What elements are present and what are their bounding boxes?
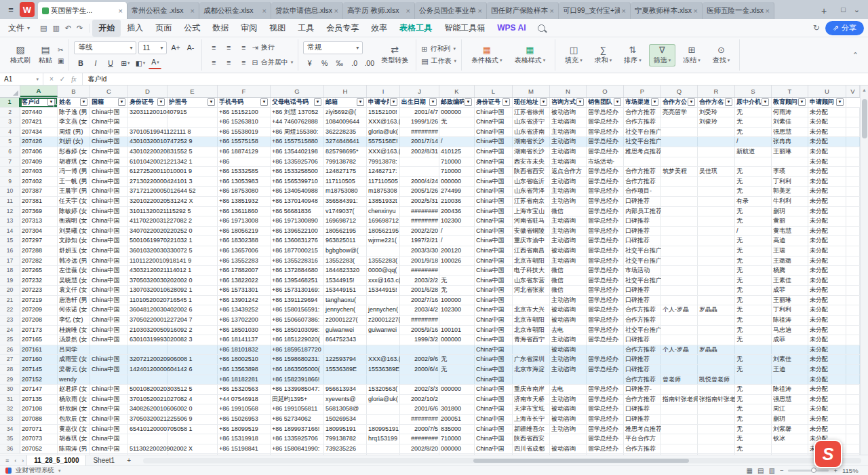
cell[interactable] [846, 108, 860, 117]
cell[interactable]: 社交平台推广 [624, 276, 661, 286]
cell[interactable]: China中国 [475, 167, 513, 176]
cell[interactable]: 社交平台推广 [624, 326, 661, 335]
cell[interactable]: 西安市未央 [513, 157, 550, 167]
column-filter-header[interactable]: 现任地址▼ [513, 98, 550, 107]
cell[interactable]: 雅思考点推荐 [624, 425, 661, 434]
cell[interactable]: 1999/1/26 [400, 117, 439, 127]
cell[interactable] [846, 256, 860, 266]
cell[interactable] [735, 157, 772, 167]
row-header-28[interactable]: 28 [0, 365, 20, 375]
column-header-P[interactable]: P [624, 86, 661, 97]
cell[interactable] [400, 375, 439, 385]
cell[interactable]: +86 1877000215 [271, 246, 324, 256]
cell[interactable]: 马忠迪 [772, 326, 808, 335]
cell[interactable]: 留学总经办 [587, 434, 624, 444]
cell[interactable]: 黄嘉仪 (女 [58, 425, 90, 434]
row-header-4[interactable]: 4 [0, 128, 20, 137]
cell[interactable]: 未分配 [808, 246, 846, 256]
row-header-18[interactable]: 18 [0, 266, 20, 276]
cell[interactable] [698, 216, 735, 226]
window-menu-icon[interactable]: ⌄ [854, 5, 860, 14]
cell[interactable]: 韩冷远 (男 [58, 256, 90, 266]
cell[interactable] [661, 434, 698, 444]
cell[interactable] [846, 286, 860, 295]
cell[interactable]: China中国 [475, 108, 513, 117]
cell[interactable]: China中国 [90, 266, 128, 276]
close-icon[interactable]: × [119, 7, 123, 15]
cell[interactable]: 合作方推荐 [624, 305, 661, 315]
close-icon[interactable]: × [478, 7, 482, 15]
cell[interactable]: +86 1370140948 [271, 197, 324, 206]
tab-工具[interactable]: 工具 [292, 20, 320, 37]
cell[interactable]: 50010820020303512 5 [128, 385, 167, 394]
cell[interactable]: 200051 [439, 415, 475, 424]
cell[interactable] [439, 316, 475, 325]
formula-content[interactable]: 客户id [83, 75, 111, 84]
cell[interactable]: 任天宇 (女 [58, 197, 90, 206]
cell[interactable]: 2002/9/6 [400, 355, 439, 364]
cell[interactable]: 无 [439, 117, 475, 127]
tab-公式[interactable]: 公式 [178, 20, 206, 37]
cell[interactable]: 口碑推荐 [624, 216, 661, 226]
new-document-tab-button[interactable]: + [815, 2, 833, 19]
cell[interactable]: +86 15026953 [218, 415, 271, 424]
zoom-out-icon[interactable]: − [780, 467, 784, 474]
cell[interactable]: China中国 [90, 305, 128, 315]
filter-dropdown-icon[interactable]: ▼ [47, 98, 55, 106]
cell[interactable] [439, 128, 475, 137]
cell[interactable]: 无 [735, 335, 772, 345]
cell[interactable]: +86 13657006 [218, 246, 271, 256]
cell[interactable]: 301800 [439, 404, 475, 414]
cell[interactable]: 社交平台推广 [624, 137, 661, 147]
normal-view-icon[interactable]: ▦ [747, 467, 753, 474]
cell[interactable]: 主动咨询 [550, 355, 587, 364]
cell[interactable]: 356584391: [324, 197, 367, 206]
cell[interactable] [846, 216, 860, 226]
column-filter-header[interactable]: 护照号▼ [167, 98, 218, 107]
cell[interactable] [324, 345, 367, 355]
cell[interactable]: +86 1598680231: [271, 355, 324, 364]
cell[interactable] [846, 197, 860, 206]
filter-dropdown-icon[interactable]: ▼ [429, 98, 437, 106]
cell[interactable]: China中国 [90, 167, 128, 176]
cell[interactable]: 丁利利 [772, 177, 808, 187]
cell[interactable]: 被动咨询 [550, 108, 587, 117]
cell[interactable]: 无 [735, 207, 772, 216]
cell[interactable]: 无 [735, 444, 772, 454]
cell[interactable]: 117110505 [324, 177, 367, 187]
cell[interactable]: China中国 [90, 444, 128, 454]
decrease-decimal-button[interactable]: .00 [363, 57, 376, 69]
cell[interactable]: 36048120030402002 6 [128, 305, 167, 315]
cell[interactable]: 207381 [20, 197, 58, 206]
cell[interactable]: China中国 [90, 137, 128, 147]
cell[interactable]: +86 18182281 [218, 375, 271, 385]
cell[interactable]: 河南省驻马 [513, 216, 550, 226]
row-header-16[interactable]: 16 [0, 246, 20, 256]
cell[interactable]: 2003/3/30 [400, 246, 439, 256]
cell[interactable]: 未分配 [808, 395, 846, 404]
cell[interactable]: 成菲 [772, 286, 808, 295]
cell[interactable]: China中国 [90, 216, 128, 226]
cell[interactable]: 3274848641 [324, 137, 367, 147]
cell[interactable]: +86 13439252 [218, 305, 271, 315]
cell[interactable]: 天津市宝坻 [513, 404, 550, 414]
cell[interactable]: China中国 [475, 404, 513, 414]
cell[interactable] [661, 425, 698, 434]
cell[interactable] [661, 355, 698, 364]
row-header-22[interactable]: 22 [0, 305, 20, 315]
cell[interactable]: 成雨莹 (女 [58, 355, 90, 364]
cell[interactable]: China中国 [475, 296, 513, 305]
cell[interactable] [846, 147, 860, 157]
cell[interactable]: 合作方推荐 [624, 167, 661, 176]
cell[interactable]: +86 15320563 [218, 385, 271, 394]
cell[interactable]: 蒯玥 [772, 207, 808, 216]
column-filter-header[interactable]: 客户id▼ [20, 98, 58, 107]
cell[interactable] [661, 444, 698, 454]
font-color-button[interactable]: A▾ [149, 57, 161, 69]
cell[interactable] [735, 375, 772, 385]
cell[interactable] [661, 276, 698, 286]
cell[interactable] [661, 385, 698, 394]
cell[interactable] [661, 177, 698, 187]
cell[interactable]: China中国 [90, 286, 128, 295]
cell[interactable]: 207426 [20, 137, 58, 147]
